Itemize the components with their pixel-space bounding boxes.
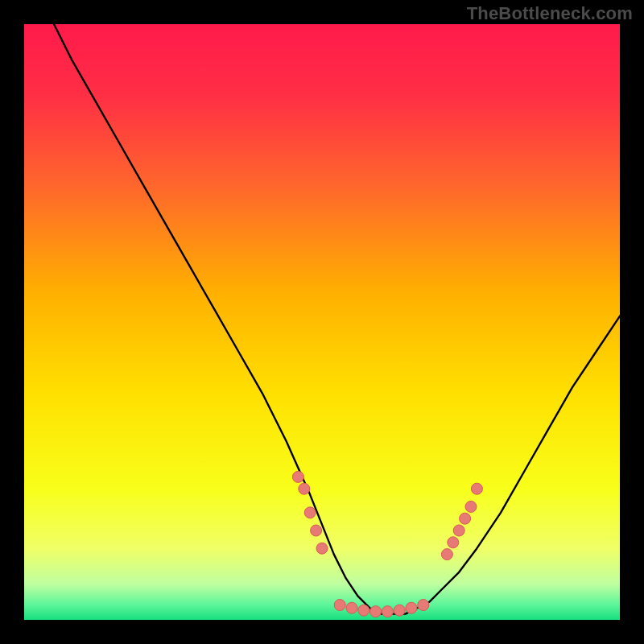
data-dot-left	[292, 471, 303, 482]
data-dot-floor	[382, 606, 393, 617]
data-dot-left	[304, 507, 316, 518]
data-dot-floor	[334, 600, 345, 611]
watermark-text: TheBottleneck.com	[467, 3, 633, 24]
chart-frame: TheBottleneck.com	[0, 0, 644, 644]
data-dot-floor	[394, 605, 405, 616]
data-dot-floor	[418, 600, 429, 611]
data-dot-floor	[358, 605, 369, 616]
data-dot-right	[448, 537, 459, 548]
data-dot-floor	[406, 602, 417, 613]
data-dot-left	[316, 543, 328, 554]
data-dot-left	[311, 525, 322, 536]
data-dot-right	[471, 483, 482, 494]
chart-plot	[24, 24, 620, 620]
data-dot-right	[465, 501, 477, 512]
data-dot-right	[453, 525, 464, 536]
data-dot-left	[299, 483, 310, 494]
chart-svg	[24, 24, 620, 620]
data-dot-right	[460, 513, 471, 524]
data-dot-floor	[346, 602, 357, 613]
data-dot-floor	[370, 606, 382, 617]
data-dot-right	[441, 549, 452, 560]
